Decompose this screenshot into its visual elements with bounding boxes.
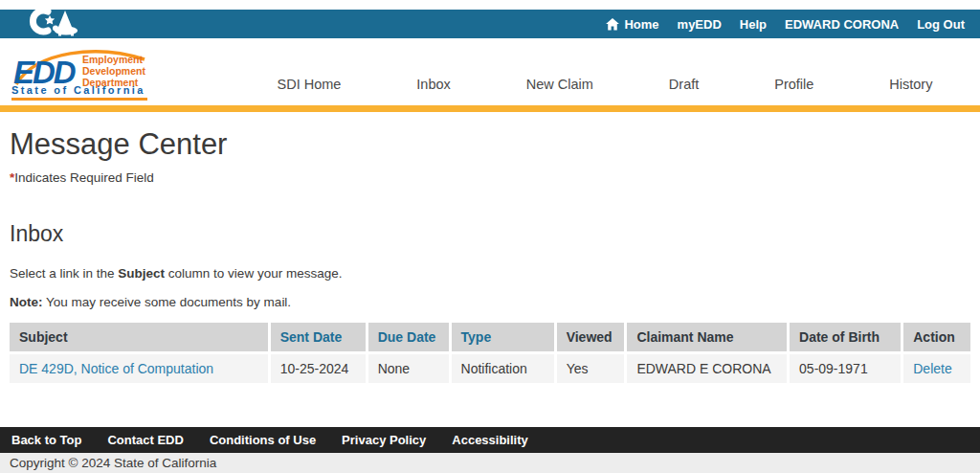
primary-nav: SDI Home Inbox New Claim Draft Profile H…	[239, 38, 970, 105]
gold-accent-bar	[0, 105, 980, 112]
ca-bear-logo-icon	[25, 3, 84, 37]
logout-link[interactable]: Log Out	[917, 17, 965, 32]
col-header-type[interactable]: Type	[449, 323, 554, 354]
delete-message-link[interactable]: Delete	[913, 361, 951, 376]
back-to-top-link[interactable]: Back to Top	[11, 433, 81, 447]
table-row: DE 429D, Notice of Computation 10-25-202…	[10, 354, 970, 383]
instruction-subject-word: Subject	[118, 266, 165, 281]
nav-draft[interactable]: Draft	[669, 77, 699, 92]
col-header-date-of-birth: Date of Birth	[787, 323, 901, 354]
help-link[interactable]: Help	[740, 17, 767, 32]
footer-nav: Back to Top Contact EDD Conditions of Us…	[0, 427, 980, 453]
nav-sdi-home[interactable]: SDI Home	[277, 77, 341, 92]
cell-claimant-name: EDWARD E CORONA	[624, 354, 787, 383]
ca-gov-logo[interactable]	[25, 3, 84, 37]
page-title: Message Center	[10, 127, 970, 162]
note-label: Note:	[10, 295, 43, 309]
home-icon	[606, 18, 619, 31]
inbox-section-title: Inbox	[10, 221, 970, 247]
nav-inbox[interactable]: Inbox	[416, 77, 450, 92]
home-link-label: Home	[624, 17, 658, 32]
cell-date-of-birth: 05-09-1971	[787, 354, 901, 383]
col-header-viewed: Viewed	[554, 323, 625, 354]
main-content: Message Center *Indicates Required Field…	[0, 112, 980, 383]
message-subject-link[interactable]: DE 429D, Notice of Computation	[19, 361, 213, 376]
contact-edd-link[interactable]: Contact EDD	[107, 433, 183, 447]
user-account-link[interactable]: EDWARD CORONA	[785, 17, 899, 32]
conditions-of-use-link[interactable]: Conditions of Use	[210, 433, 316, 447]
nav-profile[interactable]: Profile	[774, 77, 813, 92]
cell-type: Notification	[449, 354, 554, 383]
nav-new-claim[interactable]: New Claim	[526, 77, 593, 92]
required-field-note: *Indicates Required Field	[10, 170, 970, 185]
instruction-suffix: column to view your message.	[165, 266, 342, 281]
col-header-sent-date[interactable]: Sent Date	[268, 323, 366, 354]
home-link[interactable]: Home	[606, 17, 658, 32]
mail-note: Note: You may receive some documents by …	[10, 295, 970, 309]
edd-logo-department-text: Employment Development Department	[82, 54, 145, 88]
instruction-prefix: Select a link in the	[10, 266, 118, 281]
cell-viewed: Yes	[554, 354, 625, 383]
col-header-subject: Subject	[10, 323, 268, 354]
edd-logo-state-text: State of California	[11, 84, 147, 101]
myedd-link[interactable]: myEDD	[678, 17, 722, 32]
required-text: Indicates Required Field	[14, 170, 154, 185]
cell-sent-date: 10-25-2024	[268, 354, 366, 383]
cell-due-date: None	[366, 354, 449, 383]
utility-nav-bar: Home myEDD Help EDWARD CORONA Log Out	[0, 10, 980, 38]
col-header-action: Action	[901, 323, 970, 354]
nav-history[interactable]: History	[889, 77, 932, 92]
cell-subject: DE 429D, Notice of Computation	[10, 354, 268, 383]
page: Home myEDD Help EDWARD CORONA Log Out ED…	[0, 0, 980, 473]
inbox-instruction: Select a link in the Subject column to v…	[10, 266, 970, 281]
inbox-table: Subject Sent Date Due Date Type Viewed C…	[10, 323, 970, 383]
table-header-row: Subject Sent Date Due Date Type Viewed C…	[10, 323, 970, 354]
note-text: You may receive some documents by mail.	[43, 295, 292, 309]
privacy-policy-link[interactable]: Privacy Policy	[342, 433, 426, 447]
cell-action: Delete	[901, 354, 970, 383]
col-header-claimant-name: Claimant Name	[624, 323, 787, 354]
accessibility-link[interactable]: Accessibility	[452, 433, 528, 447]
edd-logo[interactable]: EDD Employment Development Department St…	[11, 45, 147, 101]
col-header-due-date[interactable]: Due Date	[366, 323, 449, 354]
header: EDD Employment Development Department St…	[0, 38, 980, 105]
copyright-notice: Copyright © 2024 State of California	[0, 453, 980, 473]
